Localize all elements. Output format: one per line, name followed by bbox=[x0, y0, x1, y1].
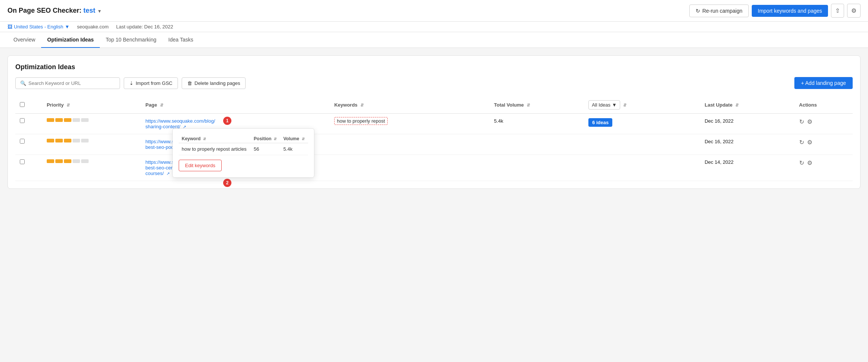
priority-bar-2 bbox=[55, 139, 63, 142]
sort-icon[interactable]: ⇵ bbox=[623, 103, 627, 107]
section-card: Optimization Ideas 🔍 ⇣ Import from GSC 🗑… bbox=[7, 55, 861, 189]
step-2-circle: 2 bbox=[223, 179, 231, 187]
col-priority: Priority ⇵ bbox=[42, 96, 141, 114]
ideas-cell: 6 ideas bbox=[584, 114, 700, 134]
popup-col-volume: Volume ⇵ bbox=[280, 135, 308, 143]
popup-volume-cell: 5.4k bbox=[280, 143, 308, 155]
priority-indicator bbox=[47, 159, 136, 163]
external-link-icon[interactable]: ↗ bbox=[166, 171, 170, 176]
actions-cell: ↻ ⚙ bbox=[795, 134, 853, 155]
select-all-checkbox[interactable] bbox=[20, 102, 25, 107]
table-row: https://www.seoquake.com/blog/best-seo-p… bbox=[15, 134, 853, 155]
rerun-button[interactable]: ↻ Re-run campaign bbox=[689, 4, 749, 17]
priority-bar-5 bbox=[81, 118, 89, 122]
refresh-row-button[interactable]: ↻ bbox=[799, 159, 804, 166]
sort-icon[interactable]: ⇵ bbox=[274, 137, 277, 141]
lastupdate-cell: Dec 14, 2022 bbox=[700, 155, 795, 181]
settings-row-button[interactable]: ⚙ bbox=[807, 118, 812, 125]
tab-top10[interactable]: Top 10 Benchmarking bbox=[100, 32, 162, 48]
settings-row-button[interactable]: ⚙ bbox=[807, 139, 812, 146]
col-all-ideas: All Ideas ▼ ⇵ bbox=[584, 96, 700, 114]
search-input[interactable] bbox=[28, 80, 115, 86]
tab-overview[interactable]: Overview bbox=[7, 32, 41, 48]
import-keywords-button[interactable]: Import keywords and pages bbox=[752, 5, 828, 17]
lastupdate-cell: Dec 16, 2022 bbox=[700, 134, 795, 155]
popup-position-cell: 56 bbox=[251, 143, 280, 155]
tab-optimization-ideas[interactable]: Optimization Ideas bbox=[41, 32, 99, 48]
actions-cell: ↻ ⚙ bbox=[795, 114, 853, 134]
add-landing-button[interactable]: + Add landing page bbox=[794, 77, 853, 89]
popup-header-row: Keyword ⇵ Position ⇵ Volume ⇵ bbox=[179, 135, 308, 143]
chevron-down-icon: ▼ bbox=[612, 102, 617, 108]
locale-chevron-icon: ▼ bbox=[65, 24, 70, 30]
volume-cell bbox=[490, 155, 584, 181]
popup-col-position: Position ⇵ bbox=[251, 135, 280, 143]
col-keywords: Keywords ⇵ bbox=[330, 96, 489, 114]
delete-landing-button[interactable]: 🗑 Delete landing pages bbox=[182, 77, 246, 89]
search-input-wrap: 🔍 bbox=[15, 77, 120, 89]
section-title: Optimization Ideas bbox=[15, 63, 853, 71]
locale-selector[interactable]: 🖼 United States - English ▼ bbox=[7, 24, 70, 30]
refresh-icon: ↻ bbox=[696, 8, 700, 14]
sort-icon[interactable]: ⇵ bbox=[203, 137, 206, 141]
priority-bar-1 bbox=[47, 139, 54, 142]
sort-icon[interactable]: ⇵ bbox=[735, 103, 739, 107]
sort-icon[interactable]: ⇵ bbox=[302, 137, 305, 141]
export-button[interactable]: ⇧ bbox=[831, 4, 844, 18]
refresh-row-button[interactable]: ↻ bbox=[799, 139, 804, 146]
monitor-icon: 🖼 bbox=[7, 24, 12, 30]
keyword-popup: Keyword ⇵ Position ⇵ Volume ⇵ h bbox=[172, 128, 314, 178]
actions-cell: ↻ ⚙ bbox=[795, 155, 853, 181]
domain-label: seoquake.com bbox=[77, 24, 109, 30]
col-page: Page ⇵ bbox=[141, 96, 330, 114]
sort-icon[interactable]: ⇵ bbox=[67, 103, 70, 107]
col-last-update: Last Update ⇵ bbox=[700, 96, 795, 114]
popup-table: Keyword ⇵ Position ⇵ Volume ⇵ h bbox=[179, 135, 308, 155]
optimization-table: Priority ⇵ Page ⇵ Keywords ⇵ Total Volum… bbox=[15, 96, 853, 181]
ideas-badge[interactable]: 6 ideas bbox=[588, 118, 612, 127]
page-link[interactable]: https://www.seoquake.com/blog/sharing-co… bbox=[145, 118, 215, 129]
table-header-row: Priority ⇵ Page ⇵ Keywords ⇵ Total Volum… bbox=[15, 96, 853, 114]
sub-bar: 🖼 United States - English ▼ seoquake.com… bbox=[0, 22, 868, 32]
edit-keywords-button[interactable]: Edit keywords bbox=[179, 160, 222, 171]
top-bar: On Page SEO Checker: test ▼ ↻ Re-run cam… bbox=[0, 0, 868, 22]
priority-bar-2 bbox=[55, 159, 63, 163]
col-total-volume: Total Volume ⇵ bbox=[490, 96, 584, 114]
chevron-down-icon[interactable]: ▼ bbox=[97, 9, 102, 14]
priority-bar-1 bbox=[47, 159, 54, 163]
settings-button[interactable]: ⚙ bbox=[847, 4, 861, 18]
refresh-row-button[interactable]: ↻ bbox=[799, 118, 804, 125]
all-ideas-dropdown[interactable]: All Ideas ▼ bbox=[588, 100, 620, 110]
tab-idea-tasks[interactable]: Idea Tasks bbox=[162, 32, 199, 48]
row-checkbox[interactable] bbox=[20, 139, 25, 144]
priority-bar-3 bbox=[64, 118, 71, 122]
row-checkbox[interactable] bbox=[20, 159, 25, 164]
priority-bar-5 bbox=[81, 139, 89, 142]
priority-bar-2 bbox=[55, 118, 63, 122]
sort-icon[interactable]: ⇵ bbox=[160, 103, 163, 107]
volume-cell: 5.4k bbox=[490, 114, 584, 134]
top-bar-left: On Page SEO Checker: test ▼ bbox=[7, 7, 102, 15]
table-row: https://www.seoquake.com/blog/best-seo-c… bbox=[15, 155, 853, 181]
priority-bar-4 bbox=[73, 139, 80, 142]
lastupdate-cell: Dec 16, 2022 bbox=[700, 114, 795, 134]
priority-indicator bbox=[47, 139, 136, 142]
priority-bar-5 bbox=[81, 159, 89, 163]
volume-cell bbox=[490, 134, 584, 155]
trash-icon: 🗑 bbox=[187, 80, 192, 86]
toolbar: 🔍 ⇣ Import from GSC 🗑 Delete landing pag… bbox=[15, 77, 853, 89]
project-name[interactable]: test bbox=[83, 7, 95, 14]
nav-tabs: Overview Optimization Ideas Top 10 Bench… bbox=[0, 32, 868, 48]
table-row: https://www.seoquake.com/blog/sharing-co… bbox=[15, 114, 853, 134]
keywords-cell: how to properly repost bbox=[330, 114, 489, 134]
sort-icon[interactable]: ⇵ bbox=[360, 103, 364, 107]
keyword-text[interactable]: how to properly repost bbox=[334, 117, 388, 125]
popup-row: how to properly repost articles 56 5.4k bbox=[179, 143, 308, 155]
priority-bar-4 bbox=[73, 118, 80, 122]
settings-row-button[interactable]: ⚙ bbox=[807, 159, 812, 166]
row-checkbox[interactable] bbox=[20, 118, 25, 123]
sort-icon[interactable]: ⇵ bbox=[527, 103, 530, 107]
import-gsc-button[interactable]: ⇣ Import from GSC bbox=[124, 77, 178, 89]
top-bar-right: ↻ Re-run campaign Import keywords and pa… bbox=[689, 4, 861, 18]
ideas-cell bbox=[584, 155, 700, 181]
